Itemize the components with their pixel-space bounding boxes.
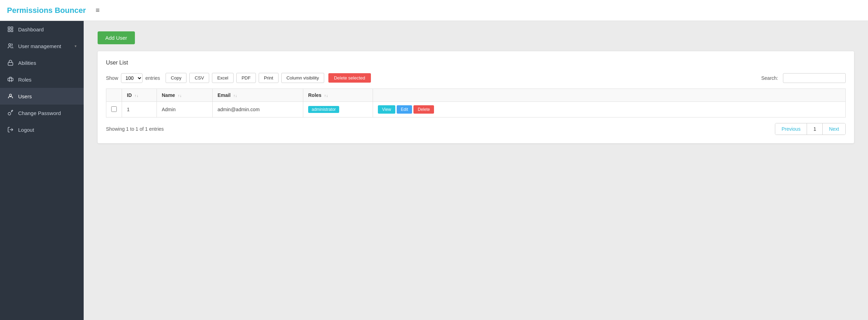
logout-icon — [7, 126, 14, 133]
key-icon — [7, 109, 14, 116]
td-checkbox — [106, 102, 122, 117]
delete-selected-button[interactable]: Delete selected — [328, 73, 371, 83]
excel-button[interactable]: Excel — [212, 73, 234, 83]
showing-text: Showing 1 to 1 of 1 entries — [106, 126, 164, 132]
card-title: User List — [106, 60, 846, 66]
hamburger-icon: ≡ — [96, 6, 100, 14]
sort-icon-roles: ↑↓ — [324, 93, 328, 98]
th-checkbox — [106, 89, 122, 102]
user-table: ID ↑↓ Name ↑↓ Email ↑↓ Roles ↑↓ — [106, 89, 846, 117]
page-1-button[interactable]: 1 — [807, 123, 823, 135]
table-toolbar: Show 100 25 50 entries Copy CSV Excel PD… — [106, 73, 846, 83]
previous-button[interactable]: Previous — [775, 123, 807, 135]
show-label: Show — [106, 75, 118, 81]
edit-button[interactable]: Edit — [397, 105, 412, 114]
sidebar-label-change-password: Change Password — [18, 110, 77, 116]
pdf-button[interactable]: PDF — [236, 73, 256, 83]
dashboard-icon — [7, 26, 14, 33]
action-buttons: View Edit Delete — [378, 105, 840, 114]
table-row: 1 Admin admin@admin.com administrator Vi… — [106, 102, 846, 117]
copy-button[interactable]: Copy — [166, 73, 186, 83]
svg-point-4 — [9, 44, 11, 46]
sidebar-item-user-management[interactable]: User management ▾ — [0, 38, 84, 54]
sidebar-label-logout: Logout — [18, 127, 77, 133]
th-actions — [373, 89, 846, 102]
table-header-row: ID ↑↓ Name ↑↓ Email ↑↓ Roles ↑↓ — [106, 89, 846, 102]
csv-button[interactable]: CSV — [189, 73, 209, 83]
abilities-icon — [7, 59, 14, 66]
td-actions: View Edit Delete — [373, 102, 846, 117]
sidebar-item-logout[interactable]: Logout — [0, 121, 84, 138]
table-footer: Showing 1 to 1 of 1 entries Previous 1 N… — [106, 123, 846, 135]
next-button[interactable]: Next — [823, 123, 845, 135]
td-roles: administrator — [303, 102, 373, 117]
add-user-button[interactable]: Add User — [98, 31, 135, 44]
column-visibility-button[interactable]: Column visibility — [281, 73, 324, 83]
sidebar-item-abilities[interactable]: Abilities — [0, 54, 84, 71]
print-button[interactable]: Print — [259, 73, 279, 83]
sidebar-label-dashboard: Dashboard — [18, 26, 77, 32]
sort-icon-name: ↑↓ — [178, 93, 182, 98]
sort-icon-email: ↑↓ — [233, 93, 237, 98]
th-name[interactable]: Name ↑↓ — [157, 89, 213, 102]
svg-rect-3 — [11, 30, 13, 32]
svg-rect-0 — [8, 27, 10, 29]
app-brand[interactable]: Permissions Bouncer — [7, 6, 86, 15]
svg-rect-1 — [11, 27, 13, 29]
svg-point-7 — [8, 113, 11, 115]
td-email: admin@admin.com — [213, 102, 303, 117]
sort-icon-id: ↑↓ — [135, 93, 138, 98]
td-name: Admin — [157, 102, 213, 117]
search-label: Search: — [761, 75, 778, 81]
sidebar-toggle-button[interactable]: ≡ — [93, 5, 102, 16]
entries-select[interactable]: 100 25 50 — [121, 73, 143, 83]
sidebar: Dashboard User management ▾ Abilities Ro… — [0, 21, 84, 320]
user-icon — [7, 93, 14, 100]
sidebar-item-users[interactable]: Users — [0, 88, 84, 105]
pagination: Previous 1 Next — [775, 123, 846, 135]
sidebar-label-roles: Roles — [18, 77, 77, 83]
roles-icon — [7, 76, 14, 83]
th-id[interactable]: ID ↑↓ — [122, 89, 157, 102]
search-input[interactable] — [783, 73, 846, 83]
role-badge: administrator — [308, 106, 339, 113]
user-list-card: User List Show 100 25 50 entries Copy CS… — [98, 51, 854, 143]
svg-point-6 — [9, 94, 12, 96]
delete-button[interactable]: Delete — [413, 105, 434, 114]
svg-rect-5 — [8, 62, 13, 65]
layout: Dashboard User management ▾ Abilities Ro… — [0, 21, 868, 320]
sidebar-item-change-password[interactable]: Change Password — [0, 105, 84, 121]
sidebar-label-users: Users — [18, 93, 77, 99]
sidebar-label-abilities: Abilities — [18, 60, 77, 66]
sidebar-label-user-management: User management — [18, 43, 70, 49]
th-roles[interactable]: Roles ↑↓ — [303, 89, 373, 102]
th-email[interactable]: Email ↑↓ — [213, 89, 303, 102]
td-id: 1 — [122, 102, 157, 117]
entries-label: entries — [145, 75, 160, 81]
navbar: Permissions Bouncer ≡ — [0, 0, 868, 21]
sidebar-item-dashboard[interactable]: Dashboard — [0, 21, 84, 38]
chevron-down-icon: ▾ — [75, 44, 77, 48]
view-button[interactable]: View — [378, 105, 395, 114]
sidebar-item-roles[interactable]: Roles — [0, 71, 84, 88]
row-checkbox[interactable] — [111, 106, 117, 112]
main-content: Add User User List Show 100 25 50 entrie… — [84, 21, 868, 320]
svg-rect-2 — [8, 30, 10, 32]
user-management-icon — [7, 43, 14, 49]
